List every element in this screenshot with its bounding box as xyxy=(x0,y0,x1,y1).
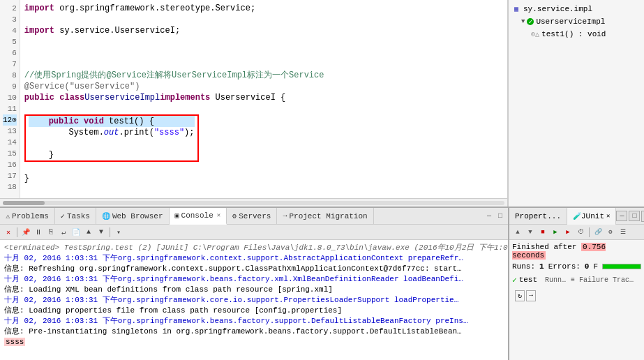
junit-next-btn[interactable]: ▼ xyxy=(525,227,536,238)
junit-toolbar: ▲ ▼ ■ ▶ ▶ ⏱ 🔗 ⚙ ☰ xyxy=(509,225,644,240)
junit-link-btn[interactable]: 🔗 xyxy=(592,227,604,238)
junit-tab-icon: 🧪 xyxy=(573,212,581,220)
console-tab-close[interactable]: ✕ xyxy=(217,211,220,219)
console-line-5: 十月 02, 2016 1:03:31 下午org.springframewor… xyxy=(4,295,504,306)
code-line-6 xyxy=(24,47,503,59)
servers-icon: ⚙ xyxy=(232,212,237,220)
tree-item-label: sy.service.impl xyxy=(523,5,592,13)
problems-icon: ⚠ xyxy=(6,212,10,220)
code-line-17: } xyxy=(24,173,503,184)
finished-text: Finished after 0.756 seconds xyxy=(512,243,641,260)
console-line-7: 十月 02, 2016 1:03:31 下午org.springframewor… xyxy=(4,316,504,327)
code-line-13: System.out.print("ssss"); xyxy=(29,127,195,138)
right-tree-panel: ▦ sy.service.impl ▼ ✓ UserserviceImpl ⊙△… xyxy=(508,0,644,207)
maximize-btn[interactable]: □ xyxy=(495,211,505,221)
tree-item-test1-method[interactable]: ⊙△ test1() : void xyxy=(511,28,641,40)
code-line-18 xyxy=(24,184,503,195)
circle-triangle-icon: ⊙△ xyxy=(531,30,539,38)
finished-label: Finished after xyxy=(512,243,581,251)
junit-close-btn[interactable]: ✕ xyxy=(641,211,644,222)
errors-label: Errors: xyxy=(548,262,581,271)
code-line-15: } xyxy=(29,149,195,160)
tasks-icon: ✓ xyxy=(61,212,65,220)
code-line-2: import org.springframework.stereotype.Se… xyxy=(24,3,503,14)
junit-maximize-btn[interactable]: □ xyxy=(629,211,640,221)
grid-icon: ▦ xyxy=(511,4,521,14)
tab-label: Project Migration xyxy=(289,212,367,220)
console-output[interactable]: <terminated> TestSpring.test (2) [JUnit]… xyxy=(0,240,508,360)
tab-servers[interactable]: ⚙ Servers xyxy=(227,208,277,225)
tab-junit[interactable]: 🧪 JUnit ✕ xyxy=(567,208,616,225)
scroll-lock-btn[interactable]: ⏸ xyxy=(33,227,44,238)
package-explorer-tree: ▦ sy.service.impl ▼ ✓ UserserviceImpl ⊙△… xyxy=(509,0,644,207)
errors-count: 0 xyxy=(585,262,590,271)
console-line-ssss: ssss xyxy=(4,337,504,347)
code-line-11 xyxy=(24,103,503,114)
tree-item-label: test1() : void xyxy=(541,30,606,38)
wrap-btn[interactable]: ↵ xyxy=(58,227,69,238)
code-line-5 xyxy=(24,36,503,47)
tab-problems[interactable]: ⚠ Problems xyxy=(0,208,55,225)
bottom-area: ⚠ Problems ✓ Tasks 🌐 Web Browser ▣ Conso… xyxy=(0,207,644,360)
code-editor[interactable]: import org.springframework.stereotype.Se… xyxy=(20,0,507,198)
console-panel: ⚠ Problems ✓ Tasks 🌐 Web Browser ▣ Conso… xyxy=(0,208,508,360)
junit-test-tree: ✓ test Runn… ≡ Failure Trac… ↻ → xyxy=(512,273,641,303)
tree-item-userservice-impl[interactable]: ▼ ✓ UserserviceImpl xyxy=(511,15,641,28)
junit-minimize-btn[interactable]: — xyxy=(616,211,627,221)
console-line-6: 信息: Loading properties file from class p… xyxy=(4,306,504,316)
tab-console[interactable]: ▣ Console ✕ xyxy=(170,208,227,225)
tab-tasks[interactable]: ✓ Tasks xyxy=(55,208,96,225)
junit-layout-btn[interactable]: ☰ xyxy=(617,227,629,238)
line-numbers: 2 3 4 5 6 7 8 9 10 11 12⊙ 13 14 15 16 17 xyxy=(0,0,20,198)
console-line-8: 信息: Pre-instantiating singletons in org.… xyxy=(4,327,504,337)
editor-horizontal-scrollbar[interactable] xyxy=(0,198,507,207)
copy-btn[interactable]: ⎘ xyxy=(45,227,57,238)
arrow-down-btn[interactable]: ▼ xyxy=(96,227,107,238)
migration-icon: → xyxy=(283,212,287,220)
code-line-9: @Service("userService") xyxy=(24,81,503,92)
tab-properties[interactable]: Propert... xyxy=(509,208,567,225)
code-line-10: public class UserserviceImpl implements … xyxy=(24,92,503,103)
runs-row: Runs: 1 Errors: 0 F xyxy=(512,262,641,271)
tree-item-service-impl[interactable]: ▦ sy.service.impl xyxy=(511,3,641,15)
console-toolbar: ✕ 📌 ⏸ ⎘ ↵ 📄 ▲ ▼ ▾ xyxy=(0,225,508,240)
progress-bar xyxy=(602,264,641,269)
code-line-12: public void test1() { xyxy=(29,116,195,127)
tab-web-browser[interactable]: 🌐 Web Browser xyxy=(96,208,170,225)
junit-stop-btn[interactable]: ■ xyxy=(537,227,548,238)
open-file-btn[interactable]: 📄 xyxy=(70,227,82,238)
arrow-up-btn[interactable]: ▲ xyxy=(83,227,94,238)
junit-action-btn-1[interactable]: ↻ xyxy=(515,290,525,301)
junit-hist-btn[interactable]: ⏱ xyxy=(575,227,586,238)
junit-prev-btn[interactable]: ▲ xyxy=(512,227,523,238)
properties-tab-label: Propert... xyxy=(515,212,561,220)
tab-project-migration[interactable]: → Project Migration xyxy=(277,208,373,225)
pin-btn[interactable]: 📌 xyxy=(20,227,31,238)
main-area: 2 3 4 5 6 7 8 9 10 11 12⊙ 13 14 15 16 17 xyxy=(0,0,644,207)
runn-label[interactable]: Runn… xyxy=(545,276,566,284)
tab-actions: — □ xyxy=(481,211,508,221)
junit-window-buttons: — □ ✕ xyxy=(616,211,644,222)
console-icon: ▣ xyxy=(175,211,179,220)
junit-tab-close[interactable]: ✕ xyxy=(606,212,610,220)
failure-trace-label: ≡ Failure Trac… xyxy=(571,276,634,284)
junit-rerun-failed-btn[interactable]: ▶ xyxy=(562,227,574,238)
junit-filter-btn[interactable]: ⚙ xyxy=(605,227,616,238)
tab-label: Console xyxy=(181,211,214,220)
junit-rerun-btn[interactable]: ▶ xyxy=(550,227,561,238)
minimize-btn[interactable]: — xyxy=(484,211,494,221)
clear-console-btn[interactable]: ✕ xyxy=(3,227,14,238)
code-line-16 xyxy=(24,162,503,173)
web-icon: 🌐 xyxy=(102,212,110,220)
junit-tab-bar: Propert... 🧪 JUnit ✕ — □ ✕ xyxy=(509,208,644,225)
tab-label: Tasks xyxy=(67,212,90,220)
tab-label: Servers xyxy=(239,212,271,220)
junit-tree-item-test[interactable]: ✓ test Runn… ≡ Failure Trac… xyxy=(512,273,641,286)
test-pass-icon: ✓ xyxy=(512,276,517,285)
code-line-14 xyxy=(29,138,195,149)
junit-action-btn-2[interactable]: → xyxy=(526,290,536,301)
junit-content: Finished after 0.756 seconds Runs: 1 Err… xyxy=(509,240,644,360)
code-line-7 xyxy=(24,59,503,70)
junit-tab-label: JUnit xyxy=(581,212,604,220)
settings-btn[interactable]: ▾ xyxy=(113,227,124,238)
